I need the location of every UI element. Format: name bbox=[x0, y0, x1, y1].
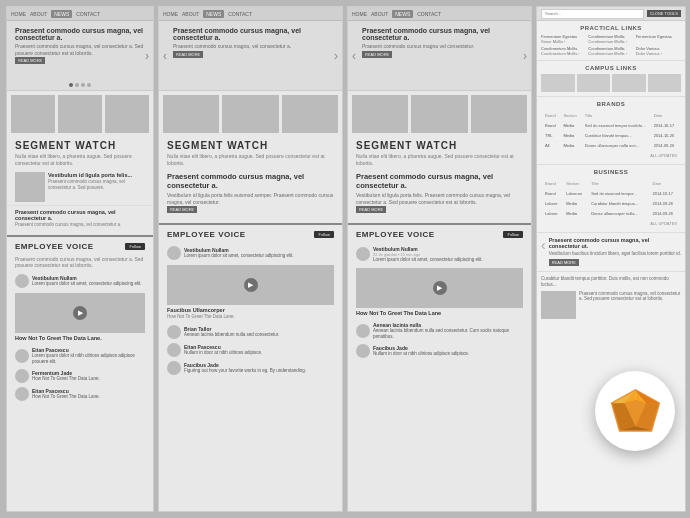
thumb-right-2 bbox=[411, 95, 467, 133]
ev-user-4: Fermentum Jade How Not To Greet The Data… bbox=[7, 367, 153, 385]
nav-right-contact[interactable]: CONTACT bbox=[417, 11, 441, 17]
nav-mid-news[interactable]: NEWS bbox=[203, 10, 224, 18]
hero-arrow-left-mid[interactable]: ‹ bbox=[163, 49, 167, 63]
hero-text-mid: Praesent commodo cursus magna, vel conse… bbox=[159, 21, 342, 65]
nav-contact[interactable]: CONTACT bbox=[76, 11, 100, 17]
biz-cell-3-2: Media bbox=[564, 209, 587, 217]
biz-all-updates[interactable]: ALL UPDATES bbox=[541, 219, 681, 228]
nav-news[interactable]: NEWS bbox=[51, 10, 72, 18]
nav-mid-contact[interactable]: CONTACT bbox=[228, 11, 252, 17]
avatar-3 bbox=[15, 349, 29, 363]
hero-arrow-right[interactable]: › bbox=[145, 49, 149, 63]
play-btn-mid[interactable]: ▶ bbox=[244, 278, 258, 292]
hero-arrow-left-right[interactable]: ‹ bbox=[352, 49, 356, 63]
mid-feature-title: Praesent commodo cursus magna, vel conse… bbox=[167, 172, 334, 190]
follow-btn-mid[interactable]: Follow bbox=[314, 231, 334, 238]
nav-right-news[interactable]: NEWS bbox=[392, 10, 413, 18]
brands-cell-1-1: Brand bbox=[543, 121, 559, 129]
ev-user-3-content: Eitan Pascescu Lorem ipsum dolor id nibh… bbox=[32, 347, 145, 365]
hero-arrow-right-mid[interactable]: › bbox=[334, 49, 338, 63]
ev-user-4-content: Fermentum Jade How Not To Greet The Data… bbox=[32, 370, 100, 382]
search-input[interactable] bbox=[541, 9, 644, 19]
campus-box-2 bbox=[577, 74, 611, 92]
read-more-right-feature[interactable]: READ MORE bbox=[356, 206, 386, 213]
ev-mid-text-5: Figuring out how your favorite works in … bbox=[184, 368, 306, 374]
nav-about[interactable]: ABOUT bbox=[30, 11, 47, 17]
ev-mid-user-5-content: Faucibus Jade Figuring out how your favo… bbox=[184, 362, 306, 374]
biz-th-section: Section bbox=[564, 180, 587, 187]
avatar-right-2 bbox=[356, 324, 370, 338]
follow-btn-right[interactable]: Follow bbox=[503, 231, 523, 238]
right-feature-block: Praesent commodo cursus magna, vel conse… bbox=[348, 169, 531, 219]
dot-2 bbox=[75, 83, 79, 87]
clone-tools-btn[interactable]: CLONE TOOLS bbox=[647, 10, 681, 17]
read-more-right[interactable]: READ MORE bbox=[362, 51, 392, 58]
thumb-mid-2 bbox=[222, 95, 278, 133]
link-col-4: Condimentum Mollis Condimentum Mollis › bbox=[541, 46, 586, 56]
play-btn-left[interactable]: ▶ bbox=[73, 306, 87, 320]
dot-1 bbox=[69, 83, 73, 87]
hero-body-left: Praesent commodo cursus magna, vel conse… bbox=[15, 43, 145, 56]
hero-body-mid: Praesent commodo cursus magna, vel conse… bbox=[173, 43, 334, 50]
link-col-6: Dolor Various Dolor Various › bbox=[636, 46, 681, 56]
ev-text-5: How Not To Greet The Data Lane. bbox=[32, 394, 100, 400]
link-sub-5: Condimentum Mollis › bbox=[588, 51, 633, 56]
nav-home[interactable]: HOME bbox=[11, 11, 26, 17]
brands-cell-1-3: Sed do eiusmod tempor incididunt... bbox=[583, 121, 650, 129]
thumb-mid-3 bbox=[282, 95, 338, 133]
link-col-3: Fermentum Egestas bbox=[636, 34, 681, 44]
nav-mid-home[interactable]: HOME bbox=[163, 11, 178, 17]
practical-links-grid: Fermentum Egestas Senor Mollis › Condime… bbox=[541, 34, 681, 56]
segment-watch-sub-right: Nulla vitae elit libero, a pharetra augu… bbox=[348, 153, 531, 169]
nav-right-about[interactable]: ABOUT bbox=[371, 11, 388, 17]
ev-mid-text-4: Nullam in door at nibh ultrices adipisce… bbox=[184, 350, 262, 356]
ev-mid-text-1: Lorem ipsum dolor sit amet, consectetur … bbox=[184, 253, 294, 259]
ev-header-right: EMPLOYEE VOICE Follow bbox=[348, 225, 531, 244]
hero-arrow-right-right[interactable]: › bbox=[523, 49, 527, 63]
brands-th-brand: Brand bbox=[543, 112, 559, 119]
ev-section-mid: EMPLOYEE VOICE Follow Vestibulum Nullam … bbox=[159, 223, 342, 377]
biz-cell-3-3: Donec ullamcorper nulla... bbox=[589, 209, 648, 217]
read-more-mid-feature[interactable]: READ MORE bbox=[167, 206, 197, 213]
play-btn-right[interactable]: ▶ bbox=[433, 281, 447, 295]
campus-box-1 bbox=[541, 74, 575, 92]
segment-watch-title-right: SEGMENT WATCH bbox=[348, 137, 531, 153]
nav-bar-left: HOME ABOUT NEWS CONTACT bbox=[7, 7, 153, 21]
thumb-right-1 bbox=[352, 95, 408, 133]
ev-mid-user-1-content: Vestibulum Nullam Lorem ipsum dolor sit … bbox=[184, 247, 294, 259]
panel-mid: HOME ABOUT NEWS CONTACT ‹ Praesent commo… bbox=[158, 6, 343, 512]
ev-mid-user-4-content: Eitan Pascescu Nullam in door at nibh ul… bbox=[184, 344, 262, 356]
ev-text-1: Lorem ipsum dolor sit amet, consectetur … bbox=[32, 281, 142, 287]
avatar-mid-3 bbox=[167, 325, 181, 339]
avatar-mid-4 bbox=[167, 343, 181, 357]
link-item-3[interactable]: Fermentum Egestas bbox=[636, 34, 681, 39]
thumb-3 bbox=[105, 95, 149, 133]
campus-box-4 bbox=[648, 74, 682, 92]
hero-dots bbox=[69, 83, 91, 87]
link-sub-4: Condimentum Mollis › bbox=[541, 51, 586, 56]
ev-header-left: EMPLOYEE VOICE Follow bbox=[7, 237, 153, 256]
segment-watch-title-left: SEGMENT WATCH bbox=[7, 137, 153, 153]
nav-right-home[interactable]: HOME bbox=[352, 11, 367, 17]
sketch-logo bbox=[608, 386, 663, 436]
biz-cell-1-4: 2014-10-17 bbox=[651, 189, 680, 197]
panel-right: HOME ABOUT NEWS CONTACT ‹ Praesent commo… bbox=[347, 6, 532, 512]
follow-btn-left[interactable]: Follow bbox=[125, 243, 145, 250]
sidebar-featured-article: ‹ Praesent commodo cursus magna, vel con… bbox=[537, 233, 685, 272]
thumb-mid-1 bbox=[163, 95, 219, 133]
read-more-mid[interactable]: READ MORE bbox=[173, 51, 203, 58]
brands-cell-3-2: Media bbox=[561, 141, 580, 149]
brands-cell-3-4: 2014-09-26 bbox=[652, 141, 679, 149]
sidebar-thumb-1 bbox=[541, 291, 576, 319]
biz-cell-3-1: Labore bbox=[543, 209, 562, 217]
brands-cell-2-2: Media bbox=[561, 131, 580, 139]
link-col-1: Fermentum Egestas Senor Mollis › bbox=[541, 34, 586, 44]
brands-cell-3-1: All bbox=[543, 141, 559, 149]
link-col-5: Condimentum Mollis Condimentum Mollis › bbox=[588, 46, 633, 56]
read-more-sidebar[interactable]: READ MORE bbox=[549, 259, 579, 266]
read-more-left[interactable]: READ MORE bbox=[15, 57, 45, 64]
avatar-mid-5 bbox=[167, 361, 181, 375]
brands-all-updates[interactable]: ALL UPDATES bbox=[541, 151, 681, 160]
ev-right-user-3: Faucibus Jade Nullam in door at nibh ult… bbox=[348, 342, 531, 360]
nav-mid-about[interactable]: ABOUT bbox=[182, 11, 199, 17]
